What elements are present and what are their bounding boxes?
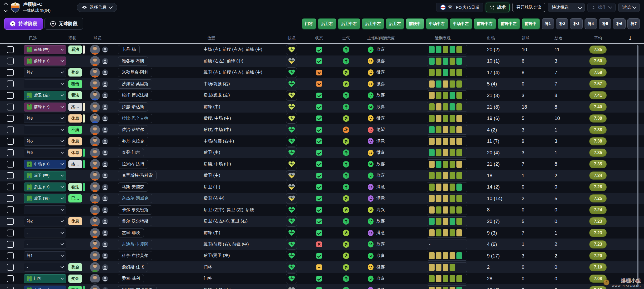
column-condition[interactable]: 状况 [288, 36, 295, 41]
role-dropdown[interactable]: 前锋 (中) [24, 57, 66, 65]
table-row[interactable]: 补5休息泰登·门吉后卫 (中)微喜20 (4)317.35 [0, 147, 644, 159]
profile-icon[interactable] [102, 218, 108, 225]
player-name[interactable]: 吉迪翁·卡度阿 [118, 240, 152, 249]
profile-icon[interactable] [102, 230, 108, 236]
table-row[interactable]: -杰里·耶茨前锋 (中)满意9 (3)717.23 [0, 227, 644, 239]
sort-indicator-icon[interactable]: ↓ [628, 35, 633, 42]
role-dropdown[interactable] [24, 205, 66, 214]
position-filter-button[interactable]: 门将 [302, 18, 316, 29]
role-dropdown[interactable]: 后卫 (中) [24, 171, 66, 180]
player-photo[interactable] [90, 228, 100, 238]
quick-pick-dropdown[interactable]: 快速挑选 [548, 3, 585, 12]
player-name[interactable]: 拉比·恩辛古拉 [118, 114, 152, 123]
player-photo[interactable] [90, 216, 100, 226]
player-name[interactable]: 玛维斯·耶卡曼巴 [118, 286, 157, 289]
row-checkbox[interactable] [7, 115, 14, 122]
profile-icon[interactable] [102, 264, 108, 271]
actions-dropdown[interactable]: 操作 [587, 3, 616, 12]
row-checkbox[interactable] [7, 58, 14, 64]
position-filter-button[interactable]: 中场中左 [450, 18, 472, 29]
player-name[interactable]: 鲁尔·沃尔特斯 [118, 217, 152, 226]
role-dropdown[interactable]: 补3 [24, 114, 66, 123]
profile-icon[interactable] [102, 252, 108, 259]
column-position[interactable]: 位置 [204, 36, 277, 41]
player-name[interactable]: 松托·博尼法斯 [118, 91, 152, 100]
row-checkbox[interactable] [7, 69, 14, 76]
table-row[interactable]: 补6休息乔丹·克拉克中场/前腰 (右中)满意11 (7)937.38 [0, 135, 644, 147]
tactics-button[interactable]: 战术 [486, 3, 510, 12]
player-name[interactable]: 雅各布·布朗 [118, 57, 148, 66]
select-info-dropdown[interactable]: 选择信息 [77, 3, 117, 12]
position-filter-button[interactable]: 补1 [542, 18, 554, 29]
row-checkbox[interactable] [7, 241, 14, 248]
table-row[interactable]: 前锋 (中)看法卡丹·杨中场 (右), 前腰 (右左), 前锋 (中)欣喜20 … [0, 44, 644, 55]
player-photo[interactable] [90, 251, 100, 261]
player-photo[interactable] [90, 90, 100, 100]
profile-icon[interactable] [102, 172, 108, 179]
profile-icon[interactable] [102, 149, 108, 156]
role-dropdown[interactable] [24, 125, 66, 134]
table-row[interactable]: 前锋 (中)杰…拉瑟·诺达斯前锋 (中)欣喜21 (8)1887.40 [0, 101, 644, 113]
table-row[interactable]: -奖金詹姆斯·佳飞门将微喜2007.10 [0, 261, 644, 273]
position-filter-button[interactable]: 中场中右 [426, 18, 448, 29]
player-photo[interactable] [90, 182, 100, 192]
player-name[interactable]: 米勒尼奇·阿利 [118, 68, 152, 77]
row-checkbox[interactable] [7, 126, 14, 133]
row-checkbox[interactable] [7, 218, 14, 225]
chevron-down-icon[interactable] [4, 8, 8, 12]
table-row[interactable]: -吉迪翁·卡度阿翼卫/前腰 (右), 前锋 (中)欣喜-4 (6)127.23 [0, 239, 644, 250]
column-recent-form[interactable]: 近期表现 [427, 36, 477, 41]
vertical-scrollbar[interactable] [637, 45, 638, 287]
profile-icon[interactable] [102, 46, 108, 53]
row-checkbox[interactable] [7, 275, 14, 282]
table-row[interactable]: 补7奖金米勒尼奇·阿利翼卫 (左), 前腰 (右左), 前锋 (中)微喜17 (… [0, 67, 644, 78]
row-checkbox[interactable] [7, 287, 14, 289]
column-playtime-satisfaction[interactable]: 上场时间满意度 [360, 36, 427, 41]
position-filter-button[interactable]: 后卫中右 [338, 18, 360, 29]
profile-icon[interactable] [102, 184, 108, 190]
player-name[interactable]: 卡尔·奈史密斯 [118, 205, 152, 215]
player-name[interactable]: 拉米内·达博 [118, 160, 148, 169]
profile-icon[interactable] [102, 207, 108, 213]
player-photo[interactable] [90, 125, 100, 135]
table-row[interactable]: 不满佐治·萨维尔后腰, 中场 (中)绝望4 (2)317.38 [0, 124, 644, 136]
row-checkbox[interactable] [7, 230, 14, 236]
table-row[interactable]: 中场 (中)租借玛维斯·耶卡曼巴后腰, 中场 (中)满意10 (2)237.07 [0, 284, 644, 289]
row-checkbox[interactable] [7, 80, 14, 87]
column-state[interactable]: 状态 [315, 36, 323, 41]
row-checkbox[interactable] [7, 161, 14, 168]
profile-icon[interactable] [102, 104, 108, 110]
position-filter-button[interactable]: 补3 [570, 18, 582, 29]
profile-icon[interactable] [102, 138, 108, 145]
role-dropdown[interactable]: 后卫 (中) [24, 182, 66, 191]
profile-icon[interactable] [102, 241, 108, 248]
table-row[interactable]: 后卫 (中)看法马斯·安德森后卫 (中)满意14 (2)007.28 [0, 181, 644, 193]
phase-tab-out-of-possession[interactable]: 无球阶段 [44, 18, 83, 30]
player-photo[interactable] [90, 68, 100, 78]
role-dropdown[interactable]: 补6 [24, 137, 66, 146]
role-dropdown[interactable]: 前锋 (中) [24, 45, 66, 54]
role-dropdown[interactable]: 前锋 (中) [24, 103, 66, 111]
player-photo[interactable] [90, 274, 100, 284]
row-checkbox[interactable] [7, 264, 14, 271]
squad-nav-chevrons[interactable] [4, 3, 7, 12]
row-checkbox[interactable] [7, 149, 14, 156]
table-row[interactable]: 补2休息鲁尔·沃尔特斯后卫 (右左中), 翼卫 (右)欣喜20 (7)507.2… [0, 216, 644, 227]
player-photo[interactable] [90, 148, 100, 158]
position-filter-button[interactable]: 后卫左 [386, 18, 404, 29]
player-photo[interactable] [90, 171, 100, 181]
profile-icon[interactable] [102, 58, 108, 64]
role-dropdown[interactable]: 中场 (中) [24, 286, 66, 289]
player-photo[interactable] [90, 113, 100, 123]
column-assists[interactable]: 助攻 [547, 36, 580, 41]
profile-icon[interactable] [102, 81, 108, 87]
player-photo[interactable] [90, 136, 100, 146]
column-current-status[interactable]: 现状 [68, 36, 86, 41]
position-filter-button[interactable]: 后卫右 [318, 18, 336, 29]
row-checkbox[interactable] [7, 104, 14, 110]
row-checkbox[interactable] [7, 92, 14, 99]
position-filter-button[interactable]: 补7 [627, 18, 640, 29]
role-dropdown[interactable]: - [24, 229, 66, 237]
player-photo[interactable] [90, 56, 100, 66]
row-checkbox[interactable] [7, 184, 14, 190]
